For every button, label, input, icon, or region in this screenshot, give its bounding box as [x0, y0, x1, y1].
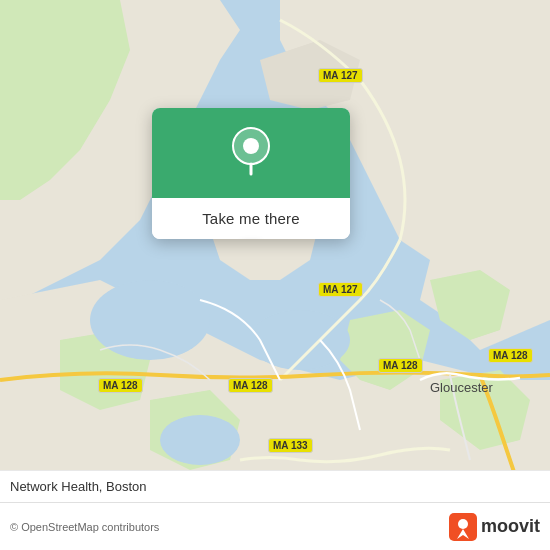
road-label-ma127-mid: MA 127 [318, 282, 363, 297]
svg-point-14 [160, 415, 240, 465]
road-label-ma133: MA 133 [268, 438, 313, 453]
road-label-ma128-right: MA 128 [378, 358, 423, 373]
location-text: Network Health, Boston [10, 479, 147, 494]
road-label-ma127-top: MA 127 [318, 68, 363, 83]
location-pin-icon [229, 126, 273, 182]
popup-card: Take me there [152, 108, 350, 239]
road-label-ma128-center: MA 128 [228, 378, 273, 393]
location-bar: Network Health, Boston [0, 470, 550, 502]
svg-point-18 [458, 519, 468, 529]
moovit-brand-icon [449, 513, 477, 541]
bottom-bar: © OpenStreetMap contributors moovit [0, 502, 550, 550]
moovit-brand-name: moovit [481, 516, 540, 537]
take-me-there-button[interactable]: Take me there [152, 198, 350, 239]
svg-point-16 [243, 138, 259, 154]
popup-green-area [152, 108, 350, 198]
map-background [0, 0, 550, 550]
road-label-ma128-left: MA 128 [98, 378, 143, 393]
moovit-logo: moovit [449, 513, 540, 541]
map-container: MA 127 MA 127 MA 128 MA 128 MA 128 MA 12… [0, 0, 550, 550]
road-label-ma128-far: MA 128 [488, 348, 533, 363]
attribution-text: © OpenStreetMap contributors [10, 521, 159, 533]
